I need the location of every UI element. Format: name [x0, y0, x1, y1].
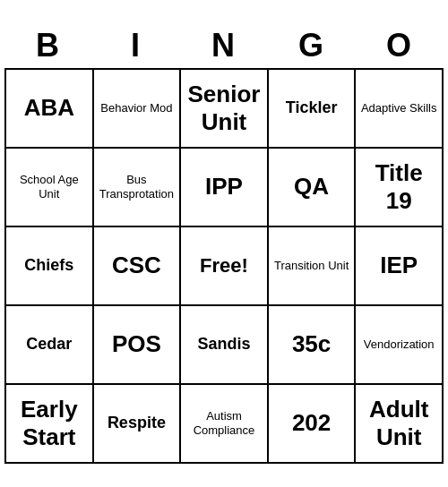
header-letter: B [4, 23, 92, 68]
cell-r3-c3: 35c [269, 306, 357, 385]
cell-text: Autism Compliance [185, 409, 263, 437]
cell-r2-c0: Chiefs [6, 227, 94, 306]
cell-r0-c0: ABA [6, 70, 94, 149]
cell-r0-c3: Tickler [269, 70, 357, 149]
cell-r0-c4: Adaptive Skills [356, 70, 444, 149]
cell-r1-c3: QA [269, 149, 357, 227]
cell-text: Free! [200, 254, 248, 278]
cell-text: Vendorization [364, 337, 435, 352]
cell-r3-c2: Sandis [181, 306, 269, 385]
cell-r1-c2: IPP [181, 149, 269, 227]
cell-text: IPP [205, 173, 243, 201]
cell-text: QA [294, 173, 329, 201]
cell-r2-c4: IEP [356, 227, 444, 306]
cell-text: 35c [292, 330, 331, 358]
cell-text: Title 19 [359, 159, 438, 215]
cell-r1-c0: School Age Unit [6, 149, 94, 227]
cell-r2-c3: Transition Unit [269, 227, 357, 306]
cell-text: Respite [108, 414, 166, 433]
header-letter: I [92, 23, 180, 68]
cell-r4-c3: 202 [269, 385, 357, 464]
cell-text: CSC [112, 252, 161, 279]
cell-r1-c1: Bus Transprotation [94, 149, 182, 227]
cell-text: IEP [380, 252, 418, 279]
cell-r0-c1: Behavior Mod [94, 70, 182, 149]
cell-text: Senior Unit [185, 81, 263, 136]
cell-text: POS [112, 330, 161, 358]
cell-text: ABA [24, 94, 74, 122]
cell-text: Cedar [26, 335, 72, 355]
cell-r4-c4: Adult Unit [356, 385, 444, 464]
cell-text: Transition Unit [274, 259, 349, 273]
header-letter: O [356, 23, 444, 68]
cell-r2-c1: CSC [94, 227, 182, 306]
header-letter: N [180, 23, 268, 68]
cell-r3-c0: Cedar [6, 306, 94, 385]
cell-text: Early Start [10, 396, 89, 451]
cell-text: School Age Unit [10, 173, 89, 201]
bingo-header: BINGO [4, 23, 444, 68]
cell-text: 202 [292, 409, 331, 437]
cell-text: Chiefs [24, 256, 73, 276]
cell-r3-c4: Vendorization [356, 306, 444, 385]
cell-r4-c2: Autism Compliance [181, 385, 269, 464]
cell-text: Adaptive Skills [361, 101, 437, 115]
bingo-grid: ABABehavior ModSenior UnitTicklerAdaptiv… [4, 68, 444, 464]
cell-r3-c1: POS [94, 306, 182, 385]
cell-text: Sandis [197, 335, 250, 355]
bingo-card: BINGO ABABehavior ModSenior UnitTicklerA… [4, 23, 444, 464]
cell-r4-c1: Respite [94, 385, 182, 464]
cell-r0-c2: Senior Unit [181, 70, 269, 149]
cell-text: Adult Unit [359, 396, 438, 451]
cell-text: Bus Transprotation [98, 173, 177, 201]
cell-r2-c2: Free! [181, 227, 269, 306]
cell-text: Tickler [286, 98, 338, 118]
cell-r1-c4: Title 19 [356, 149, 444, 227]
header-letter: G [268, 23, 356, 68]
cell-text: Behavior Mod [100, 101, 172, 115]
cell-r4-c0: Early Start [6, 385, 94, 464]
